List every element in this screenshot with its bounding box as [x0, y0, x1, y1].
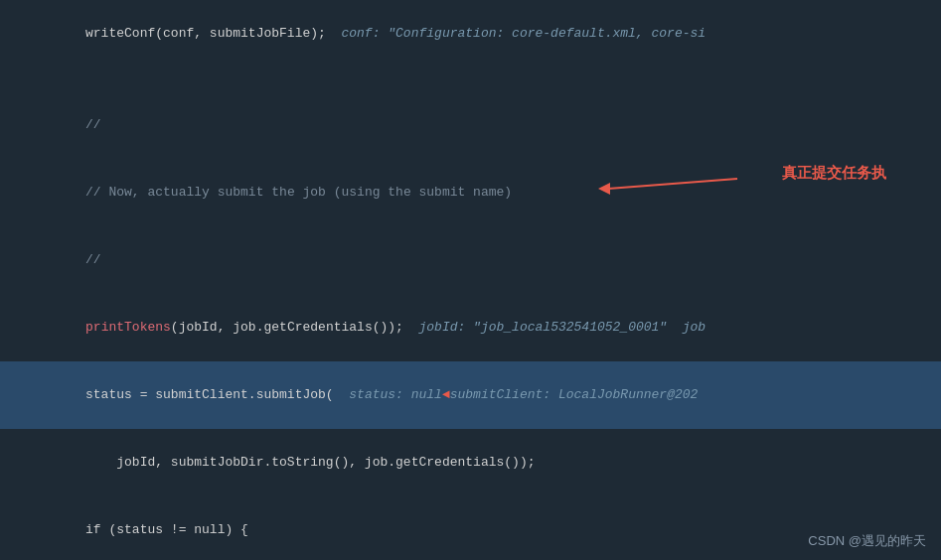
- svg-line-0: [608, 179, 737, 189]
- code-hint-7b: submitClient: LocalJobRunner@202: [450, 387, 699, 402]
- code-line-1: writeConf(conf, submitJobFile); conf: "C…: [0, 0, 941, 68]
- code-line-empty1: [0, 68, 941, 91]
- watermark: CSDN @遇见的昨天: [808, 532, 926, 550]
- code-hint-7a: status: null: [334, 387, 442, 402]
- code-text-9: if (status != null) {: [55, 522, 248, 537]
- code-line-1-content: writeConf(conf, submitJobFile); conf: "C…: [0, 1, 941, 67]
- code-line-7-content: status = submitClient.submitJob( status:…: [0, 362, 941, 428]
- code-line-8: jobId, submitJobDir.toString(), job.getC…: [0, 429, 941, 496]
- code-line-3: //: [0, 91, 941, 159]
- code-line-empty1-content: [0, 69, 941, 90]
- code-line-8-content: jobId, submitJobDir.toString(), job.getC…: [0, 430, 941, 495]
- code-line-9: if (status != null) {: [0, 496, 941, 560]
- code-comment-3: //: [55, 252, 101, 267]
- svg-marker-1: [598, 183, 610, 195]
- code-line-5-content: //: [0, 227, 941, 293]
- annotation-text: 真正提交任务执: [782, 164, 886, 183]
- code-comment: //: [55, 117, 101, 132]
- code-text: writeConf(conf, submitJobFile);: [55, 26, 326, 41]
- code-text-6: printTokens(jobId, job.getCredentials())…: [55, 320, 403, 335]
- code-text-7: status = submitClient.submitJob(: [55, 387, 334, 402]
- code-line-6: printTokens(jobId, job.getCredentials())…: [0, 294, 941, 361]
- code-text-8: jobId, submitJobDir.toString(), job.getC…: [55, 455, 536, 470]
- code-line-3-content: //: [0, 92, 941, 158]
- annotation-arrow: [598, 169, 757, 199]
- code-hint-6: jobId: "job_local532541052_0001" job: [403, 320, 706, 335]
- code-line-9-content: if (status != null) {: [0, 497, 941, 560]
- code-hint: conf: "Configuration: core-default.xml, …: [326, 26, 706, 41]
- code-line-5: //: [0, 226, 941, 294]
- code-editor: writeConf(conf, submitJobFile); conf: "C…: [0, 0, 941, 560]
- annotation: 真正提交任务执: [782, 164, 886, 183]
- code-comment-2: // Now, actually submit the job (using t…: [55, 185, 512, 200]
- code-line-7: status = submitClient.submitJob( status:…: [0, 361, 941, 429]
- code-line-6-content: printTokens(jobId, job.getCredentials())…: [0, 295, 941, 360]
